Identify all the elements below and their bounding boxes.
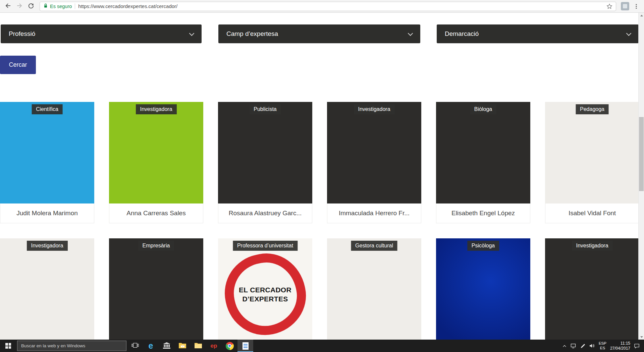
file-explorer-icon[interactable] xyxy=(190,340,206,352)
forward-button[interactable] xyxy=(14,1,25,12)
profession-badge: Investigadora xyxy=(572,241,612,251)
expert-photo: Publicista xyxy=(218,102,312,203)
browser-menu-icon[interactable] xyxy=(631,1,641,12)
expert-name[interactable]: Immaculada Herrero Fr... xyxy=(327,203,421,223)
expert-photo: Pedagoga xyxy=(545,102,639,203)
chevron-down-icon xyxy=(408,31,413,36)
action-center-icon[interactable] xyxy=(634,343,640,349)
refresh-button[interactable] xyxy=(25,1,36,12)
expert-name[interactable]: Isabel Vidal Font xyxy=(545,203,639,223)
logo-text: EL CERCADORD’EXPERTES xyxy=(225,254,306,335)
chevron-down-icon xyxy=(626,31,632,36)
profession-badge: Investigadora xyxy=(354,104,394,114)
task-view-icon xyxy=(131,342,139,350)
bookmark-star-icon[interactable] xyxy=(606,3,612,9)
profession-badge: Investigadora xyxy=(26,241,67,251)
expert-card[interactable]: Gestora cultural xyxy=(327,238,421,340)
pen-icon[interactable] xyxy=(580,343,586,349)
chrome-browser-icon[interactable] xyxy=(222,340,237,352)
profession-badge: Publicista xyxy=(249,104,281,114)
expert-card[interactable]: Investigadora xyxy=(545,238,639,340)
windows-logo-icon xyxy=(5,343,11,349)
expert-photo: Investigadora xyxy=(327,102,421,203)
browser-toolbar: Es seguro https://www.cercadordexpertes.… xyxy=(0,0,644,13)
network-icon[interactable] xyxy=(571,343,577,349)
scrollbar-thumb[interactable] xyxy=(639,117,644,191)
system-tray: ESP ES 11:15 27/04/2017 xyxy=(558,340,644,352)
expert-card[interactable]: BiòlogaElisabeth Engel López xyxy=(436,102,530,223)
refresh-icon xyxy=(28,3,34,10)
dropdown-camp-expertesa[interactable]: Camp d’expertesa xyxy=(218,24,420,43)
experts-grid-row1: CientíficaJudit Molera MarimonInvestigad… xyxy=(0,102,639,223)
expert-name[interactable]: Elisabeth Engel López xyxy=(436,203,530,223)
dropdown-label: Demarcació xyxy=(445,30,479,38)
volume-icon[interactable] xyxy=(589,343,595,348)
scrollbar[interactable] xyxy=(638,13,644,340)
profession-badge: Pedagoga xyxy=(576,104,609,114)
document-icon xyxy=(243,342,249,350)
expert-card[interactable]: Investigadora xyxy=(0,238,94,340)
notes-app-icon[interactable] xyxy=(237,340,253,352)
profession-badge: Biòloga xyxy=(470,104,496,114)
chevron-down-icon xyxy=(189,31,195,36)
europapress-app-icon[interactable]: ep xyxy=(206,340,222,352)
profession-badge: Investigadora xyxy=(136,104,176,114)
page-content: Professió Camp d’expertesa Demarcació Ce… xyxy=(0,13,638,340)
scroll-down-icon[interactable] xyxy=(639,334,644,340)
start-button[interactable] xyxy=(0,340,16,352)
folder-envelope-icon xyxy=(178,342,186,350)
language-indicator[interactable]: ESP ES xyxy=(599,341,606,351)
chrome-logo-icon xyxy=(226,342,234,350)
expert-card[interactable]: CientíficaJudit Molera Marimon xyxy=(0,102,94,223)
expert-card[interactable]: Psicòloga xyxy=(436,238,530,340)
expert-photo: Professora d’universitatEL CERCADORD’EXP… xyxy=(218,238,312,340)
clock[interactable]: 11:15 27/04/2017 xyxy=(610,341,630,351)
back-button[interactable] xyxy=(3,1,13,12)
expert-card[interactable]: PedagogaIsabel Vidal Font xyxy=(545,102,639,223)
language-region: ES xyxy=(599,346,606,351)
expert-card[interactable]: Professora d’universitatEL CERCADORD’EXP… xyxy=(218,238,312,340)
url-text: https://www.cercadordexpertes.cat/cercad… xyxy=(78,3,604,9)
expert-name[interactable]: Judit Molera Marimon xyxy=(0,203,94,223)
extension-icon[interactable] xyxy=(621,2,629,10)
language-code: ESP xyxy=(599,341,606,346)
dropdown-professio[interactable]: Professió xyxy=(1,24,202,43)
profession-badge: Empresària xyxy=(138,241,174,251)
profession-badge: Científica xyxy=(32,104,63,114)
windows-taskbar: e ep ES xyxy=(0,340,644,352)
building-icon xyxy=(163,342,170,350)
dropdown-label: Professió xyxy=(9,30,35,38)
profession-badge: Gestora cultural xyxy=(351,241,397,251)
security-label: Es seguro xyxy=(50,4,72,9)
forward-arrow-icon xyxy=(16,2,23,10)
cercador-dexpertes-logo: EL CERCADORD’EXPERTES xyxy=(225,254,306,335)
task-view-button[interactable] xyxy=(127,340,143,352)
experts-grid-row2: InvestigadoraEmpresàriaProfessora d’univ… xyxy=(0,238,639,340)
address-bar[interactable]: Es seguro https://www.cercadordexpertes.… xyxy=(40,2,616,11)
dropdown-demarcacio[interactable]: Demarcació xyxy=(437,24,639,43)
time-text: 11:15 xyxy=(610,341,630,346)
bank-app-icon[interactable] xyxy=(159,340,174,352)
expert-photo: Investigadora xyxy=(0,238,94,340)
expert-card[interactable]: InvestigadoraAnna Carreras Sales xyxy=(109,102,203,223)
expert-photo: Biòloga xyxy=(436,102,530,203)
expert-card[interactable]: Empresària xyxy=(109,238,203,340)
secure-lock-icon xyxy=(43,3,48,10)
expert-photo: Gestora cultural xyxy=(327,238,421,340)
expert-card[interactable]: PublicistaRosaura Alastruey Garc... xyxy=(218,102,312,223)
scroll-up-icon[interactable] xyxy=(639,13,644,18)
dropdown-label: Camp d’expertesa xyxy=(226,30,278,38)
address-separator xyxy=(75,3,75,9)
taskbar-search[interactable] xyxy=(17,341,126,351)
expert-name[interactable]: Rosaura Alastruey Garc... xyxy=(218,203,312,223)
taskbar-search-input[interactable] xyxy=(21,343,122,348)
folder-icon xyxy=(194,342,202,350)
expert-card[interactable]: InvestigadoraImmaculada Herrero Fr... xyxy=(327,102,421,223)
edge-browser-icon[interactable]: e xyxy=(143,340,159,352)
mail-folder-icon[interactable] xyxy=(174,340,190,352)
back-arrow-icon xyxy=(5,2,11,10)
tray-expand-icon[interactable] xyxy=(562,344,567,348)
profession-badge: Psicòloga xyxy=(467,241,499,251)
expert-name[interactable]: Anna Carreras Sales xyxy=(109,203,203,223)
cercar-button[interactable]: Cercar xyxy=(0,56,36,74)
